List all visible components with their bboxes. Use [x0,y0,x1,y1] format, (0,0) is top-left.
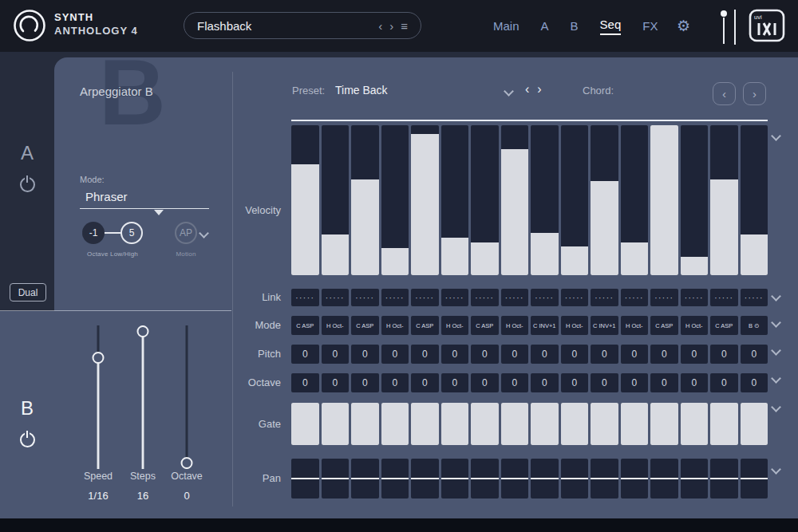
link-step[interactable]: ····· [471,289,499,306]
octave-step[interactable]: 0 [531,373,559,392]
gate-step[interactable] [501,403,529,445]
gate-step[interactable] [441,403,469,445]
pan-step[interactable] [650,459,678,499]
octave-value[interactable]: 0 [162,490,211,502]
steps-slider[interactable] [136,325,149,469]
link-step[interactable]: ····· [591,289,618,306]
velocity-step[interactable] [291,125,319,275]
pitch-step[interactable]: 0 [351,345,379,364]
pan-step[interactable] [710,459,738,499]
pan-step[interactable] [621,459,649,499]
layer-b-power-icon[interactable] [20,432,35,447]
settings-gear-icon[interactable]: ⚙ [677,17,690,35]
gate-step[interactable] [681,403,709,445]
velocity-step[interactable] [710,125,738,275]
gate-step[interactable] [471,403,499,445]
gate-step[interactable] [291,403,319,445]
pitch-step[interactable]: 0 [531,345,559,364]
steps-value[interactable]: 16 [118,490,168,502]
octave-step[interactable]: 0 [501,373,529,392]
link-step[interactable]: ····· [441,289,469,306]
pan-step[interactable] [322,459,350,499]
link-step[interactable]: ····· [322,289,350,306]
octave-step[interactable]: 0 [471,373,499,392]
gate-step[interactable] [531,403,559,445]
octave-step[interactable]: 0 [411,373,439,392]
mode-step[interactable]: B ⊙ [741,316,768,335]
pitch-step[interactable]: 0 [561,345,589,364]
mode-step[interactable]: H Oct- [681,316,709,335]
seq-preset-prev-icon[interactable]: ‹ [525,82,529,97]
velocity-step[interactable] [501,125,529,275]
volume-fader[interactable] [721,9,743,45]
octave-step[interactable]: 0 [381,373,409,392]
layer-a-label[interactable]: A [21,142,34,164]
link-step[interactable]: ····· [501,289,529,306]
gate-step[interactable] [322,403,350,445]
octave-high-knob[interactable]: 5 [120,222,143,244]
link-step[interactable]: ····· [291,289,319,306]
mode-step[interactable]: C ASP [291,316,319,335]
chord-next-button[interactable]: › [743,82,766,105]
velocity-step[interactable] [681,125,709,275]
preset-menu-icon[interactable]: ≡ [401,19,408,33]
mode-step[interactable]: C ASP [351,316,379,335]
link-step[interactable]: ····· [621,289,649,306]
mode-step[interactable]: C ASP [710,316,738,335]
chord-prev-button[interactable]: ‹ [713,82,736,105]
link-step[interactable]: ····· [411,289,439,306]
speed-slider-handle[interactable] [93,352,105,364]
volume-fader-knob[interactable] [721,10,727,17]
gate-step[interactable] [710,403,738,445]
velocity-step[interactable] [531,125,559,275]
velocity-step[interactable] [471,125,499,275]
octave-slider-handle[interactable] [181,457,193,469]
global-preset-selector[interactable]: Flashback ‹ › ≡ [184,12,421,39]
gate-step[interactable] [561,403,589,445]
mode-step[interactable]: C INV+1 [531,316,559,335]
link-step[interactable]: ····· [681,289,709,306]
gate-step[interactable] [741,403,768,445]
gate-step[interactable] [621,403,649,445]
velocity-step[interactable] [650,125,678,275]
mode-step[interactable]: C ASP [471,316,499,335]
octave-step[interactable]: 0 [322,373,350,392]
octave-slider[interactable] [180,325,193,469]
layer-b-selector[interactable]: B [0,397,54,447]
nav-tab-main[interactable]: Main [493,19,519,33]
octave-step[interactable]: 0 [681,373,709,392]
velocity-step[interactable] [591,125,618,275]
gate-step[interactable] [381,403,409,445]
nav-tab-b[interactable]: B [571,19,579,33]
octave-step[interactable]: 0 [561,373,589,392]
layer-a-selector[interactable]: A [0,142,54,192]
mode-step[interactable]: H Oct- [621,316,649,335]
velocity-step[interactable] [621,125,649,275]
pitch-step[interactable]: 0 [650,345,678,364]
layer-b-label[interactable]: B [21,397,34,420]
mode-step[interactable]: H Oct- [501,316,529,335]
pan-step[interactable] [471,459,499,499]
link-step[interactable]: ····· [531,289,559,306]
velocity-step[interactable] [351,125,379,275]
mode-step[interactable]: C INV+1 [591,316,618,335]
preset-prev-icon[interactable]: ‹ [378,19,382,33]
velocity-step[interactable] [322,125,350,275]
link-step[interactable]: ····· [741,289,768,306]
pitch-step[interactable]: 0 [441,345,469,364]
velocity-step[interactable] [561,125,589,275]
pan-step[interactable] [681,459,709,499]
velocity-step[interactable] [441,125,469,275]
link-step[interactable]: ····· [710,289,738,306]
pitch-step[interactable]: 0 [381,345,409,364]
pan-step[interactable] [501,459,529,499]
octave-step[interactable]: 0 [591,373,618,392]
pitch-step[interactable]: 0 [411,345,439,364]
mode-dropdown-marker[interactable] [154,210,164,215]
mode-step[interactable]: H Oct- [381,316,409,335]
velocity-step[interactable] [381,125,409,275]
pan-step[interactable] [291,459,319,499]
speed-slider[interactable] [92,325,105,469]
nav-tab-a[interactable]: A [541,19,549,33]
octave-step[interactable]: 0 [650,373,678,392]
